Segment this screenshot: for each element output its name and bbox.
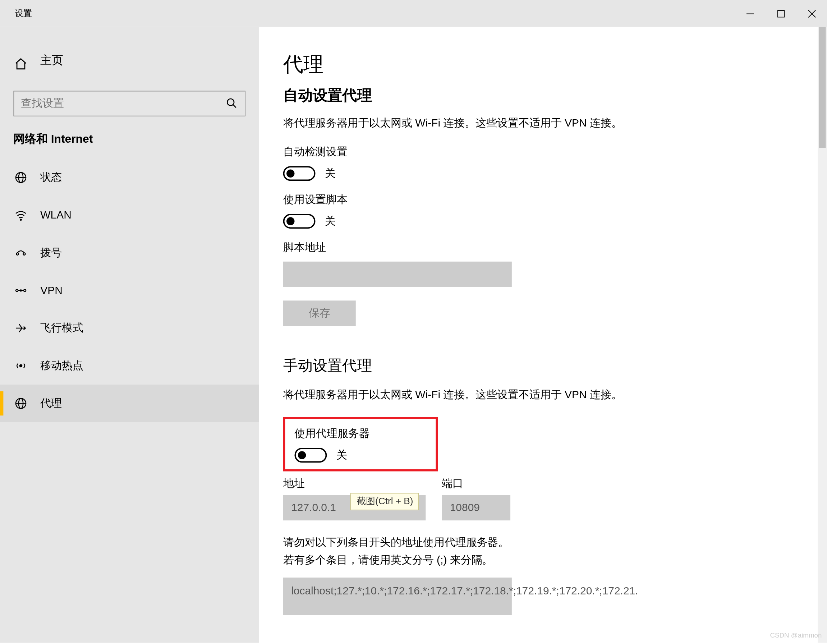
- sidebar-item-airplane[interactable]: 飞行模式: [0, 309, 259, 347]
- globe-icon: [13, 170, 28, 185]
- port-label: 端口: [442, 477, 510, 491]
- port-input[interactable]: [442, 495, 510, 520]
- search-input[interactable]: [21, 97, 226, 110]
- home-icon: [13, 56, 28, 71]
- content-area: 代理 自动设置代理 将代理服务器用于以太网或 Wi-Fi 连接。这些设置不适用于…: [259, 27, 827, 643]
- use-script-toggle[interactable]: [283, 214, 315, 229]
- script-addr-input[interactable]: [283, 262, 512, 287]
- addr-label: 地址: [283, 477, 426, 491]
- close-button[interactable]: [796, 0, 827, 27]
- sidebar-section-title: 网络和 Internet: [0, 131, 259, 159]
- scrollbar[interactable]: [818, 27, 827, 643]
- minimize-button[interactable]: [734, 0, 765, 27]
- sidebar-item-hotspot[interactable]: 移动热点: [0, 347, 259, 385]
- sidebar-item-label: 拨号: [40, 246, 62, 260]
- sidebar-item-status[interactable]: 状态: [0, 159, 259, 196]
- sidebar-item-proxy[interactable]: 代理: [0, 385, 259, 422]
- screenshot-tooltip: 截图(Ctrl + B): [350, 493, 420, 510]
- proxy-icon: [13, 396, 28, 411]
- maximize-button[interactable]: [765, 0, 796, 27]
- sidebar-item-label: WLAN: [40, 209, 72, 221]
- svg-point-12: [16, 289, 18, 292]
- titlebar: 设置: [0, 0, 827, 27]
- use-script-state: 关: [325, 214, 336, 228]
- auto-detect-toggle[interactable]: [283, 166, 315, 181]
- sidebar-item-label: 代理: [40, 396, 62, 410]
- svg-point-4: [227, 99, 234, 106]
- search-icon: [226, 97, 238, 110]
- sidebar: 主页 网络和 Internet 状态 WLAN 拨号: [0, 27, 259, 643]
- use-proxy-label: 使用代理服务器: [294, 427, 426, 441]
- scrollbar-thumb[interactable]: [819, 27, 826, 148]
- manual-proxy-heading: 手动设置代理: [283, 356, 803, 376]
- svg-line-5: [233, 105, 236, 108]
- home-label: 主页: [40, 53, 63, 68]
- sidebar-item-wlan[interactable]: WLAN: [0, 196, 259, 234]
- use-proxy-state: 关: [336, 448, 347, 462]
- manual-proxy-desc: 将代理服务器用于以太网或 Wi-Fi 连接。这些设置不适用于 VPN 连接。: [283, 388, 803, 402]
- sidebar-item-label: 飞行模式: [40, 321, 83, 335]
- sidebar-item-label: 移动热点: [40, 359, 83, 373]
- watermark: CSDN @aimmon: [770, 632, 822, 639]
- sidebar-item-label: 状态: [40, 170, 62, 184]
- highlight-box: 使用代理服务器 关: [283, 417, 438, 471]
- search-box[interactable]: [13, 91, 245, 117]
- auto-detect-label: 自动检测设置: [283, 145, 803, 159]
- hotspot-icon: [13, 358, 28, 373]
- svg-rect-1: [777, 10, 784, 17]
- dialup-icon: [13, 245, 28, 260]
- svg-point-10: [17, 253, 19, 255]
- use-script-label: 使用设置脚本: [283, 193, 803, 207]
- sidebar-item-vpn[interactable]: VPN: [0, 272, 259, 309]
- svg-point-13: [24, 289, 26, 292]
- svg-point-11: [23, 253, 25, 255]
- auto-detect-state: 关: [325, 166, 336, 181]
- save-button[interactable]: 保存: [283, 301, 356, 326]
- sidebar-item-dialup[interactable]: 拨号: [0, 234, 259, 272]
- script-addr-label: 脚本地址: [283, 241, 803, 255]
- bypass-input[interactable]: localhost;127.*;10.*;172.16.*;172.17.*;1…: [283, 578, 512, 616]
- svg-point-9: [20, 219, 21, 220]
- use-proxy-toggle[interactable]: [294, 448, 327, 463]
- vpn-icon: [13, 283, 28, 298]
- sidebar-item-label: VPN: [40, 284, 62, 296]
- auto-proxy-desc: 将代理服务器用于以太网或 Wi-Fi 连接。这些设置不适用于 VPN 连接。: [283, 117, 803, 131]
- window-title: 设置: [0, 8, 32, 20]
- wifi-icon: [13, 208, 28, 223]
- airplane-icon: [13, 321, 28, 335]
- svg-point-16: [20, 365, 22, 367]
- bypass-desc: 请勿对以下列条目开头的地址使用代理服务器。若有多个条目，请使用英文分号 (;) …: [283, 534, 512, 569]
- auto-proxy-heading: 自动设置代理: [283, 86, 803, 106]
- home-link[interactable]: 主页: [0, 47, 259, 80]
- page-title: 代理: [283, 51, 803, 79]
